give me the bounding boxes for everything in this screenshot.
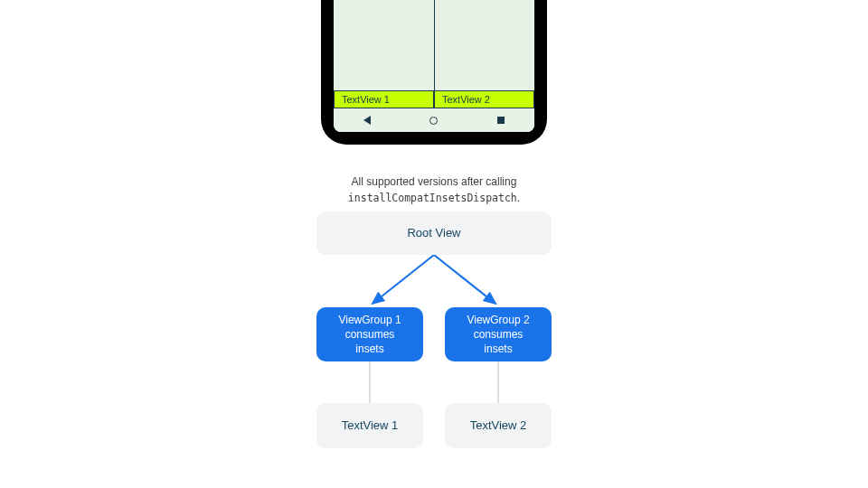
back-icon bbox=[363, 116, 371, 125]
node-textview-1: TextView 1 bbox=[316, 403, 423, 448]
caption-suffix: . bbox=[517, 192, 520, 204]
phone-screen: TextView 1 TextView 2 bbox=[334, 0, 534, 132]
node-viewgroup-1: ViewGroup 1consumesinsets bbox=[316, 307, 423, 361]
recents-icon bbox=[497, 117, 505, 124]
phone-textview-2: TextView 2 bbox=[434, 90, 534, 108]
node-viewgroup-2: ViewGroup 2consumesinsets bbox=[445, 307, 552, 361]
screen-divider bbox=[434, 0, 435, 90]
figure-caption: All supported versions after calling ins… bbox=[289, 174, 579, 206]
caption-code: installCompatInsetsDispatch bbox=[348, 192, 517, 204]
node-textview-2: TextView 2 bbox=[445, 403, 552, 448]
home-icon bbox=[429, 117, 438, 125]
caption-line-1: All supported versions after calling bbox=[352, 175, 517, 188]
textview-row: TextView 1 TextView 2 bbox=[334, 90, 534, 108]
view-tree-diagram: Root View ViewGroup 1consumesinsets View… bbox=[289, 211, 579, 483]
phone-mock: TextView 1 TextView 2 bbox=[321, 0, 547, 145]
svg-line-1 bbox=[434, 255, 495, 304]
svg-line-0 bbox=[373, 255, 434, 304]
android-navbar bbox=[334, 108, 534, 132]
phone-textview-1: TextView 1 bbox=[334, 90, 434, 108]
diagram-stage: TextView 1 TextView 2 All supported vers… bbox=[289, 0, 579, 488]
node-root-view: Root View bbox=[316, 211, 552, 255]
